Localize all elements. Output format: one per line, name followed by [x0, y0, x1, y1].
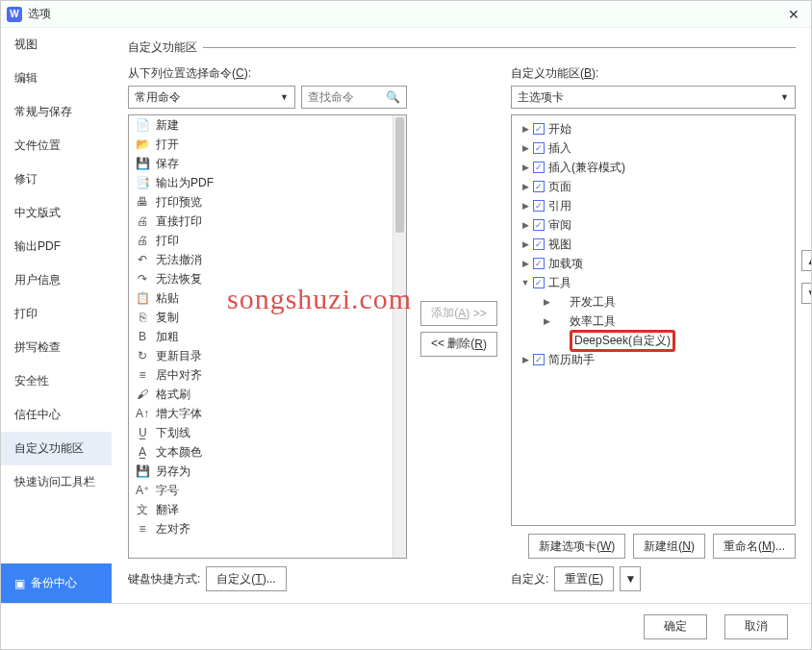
sidebar-item[interactable]: 修订: [1, 162, 112, 196]
tree-row[interactable]: ▶✓插入: [514, 138, 793, 158]
command-item[interactable]: ≡左对齐: [129, 519, 406, 538]
command-label: 保存: [156, 156, 179, 172]
command-listbox[interactable]: 📄新建📂打开💾保存📑输出为PDF🖶打印预览🖨直接打印🖨打印↶无法撤消↷无法恢复📋…: [128, 114, 407, 559]
expand-icon[interactable]: ▶: [520, 259, 531, 268]
checkbox[interactable]: ✓: [533, 123, 545, 135]
expand-icon[interactable]: ▶: [520, 143, 531, 153]
sidebar-item[interactable]: 输出PDF: [1, 230, 112, 263]
checkbox[interactable]: ✓: [533, 258, 545, 269]
command-item[interactable]: B加粗: [129, 327, 406, 346]
scrollbar-thumb[interactable]: [395, 117, 404, 233]
reset-button[interactable]: 重置(E): [554, 566, 614, 591]
search-input[interactable]: [308, 90, 386, 104]
tree-row[interactable]: DeepSeek(自定义): [514, 331, 793, 350]
command-item[interactable]: 🖌格式刷: [129, 385, 406, 404]
sidebar-item[interactable]: 常规与保存: [1, 95, 112, 129]
close-icon[interactable]: ✕: [782, 5, 805, 24]
move-up-button[interactable]: ▲: [801, 250, 812, 271]
command-item[interactable]: 🖶打印预览: [129, 192, 406, 212]
expand-icon[interactable]: ▶: [520, 220, 531, 230]
command-item[interactable]: 💾保存: [129, 154, 406, 173]
command-icon: ⎘: [135, 311, 150, 324]
sidebar-item[interactable]: 视图: [1, 28, 112, 62]
sidebar-item[interactable]: 用户信息: [1, 263, 112, 297]
scrollbar[interactable]: [393, 115, 406, 558]
checkbox[interactable]: ✓: [533, 162, 545, 173]
add-button[interactable]: 添加(A) >>: [420, 301, 496, 326]
sidebar-item[interactable]: 文件位置: [1, 129, 112, 162]
command-item[interactable]: 🖨打印: [129, 231, 406, 250]
command-item[interactable]: 📂打开: [129, 135, 406, 154]
kb-customize-button[interactable]: 自定义(T)...: [206, 566, 286, 591]
checkbox[interactable]: ✓: [533, 354, 545, 365]
expand-icon[interactable]: ▶: [520, 182, 531, 191]
command-label: 增大字体: [156, 406, 202, 422]
new-group-button[interactable]: 新建组(N): [633, 534, 705, 559]
sidebar-item[interactable]: 快速访问工具栏: [1, 465, 112, 499]
sidebar-item[interactable]: 打印: [1, 297, 112, 331]
checkbox[interactable]: ✓: [533, 238, 545, 250]
tree-row[interactable]: ▶✓简历助手: [514, 350, 793, 369]
expand-icon[interactable]: ▶: [520, 239, 531, 249]
rename-button[interactable]: 重命名(M)...: [713, 534, 796, 559]
command-item[interactable]: U̲下划线: [129, 423, 406, 442]
tree-row[interactable]: ▶✓页面: [514, 177, 793, 196]
sidebar-item[interactable]: 拼写检查: [1, 331, 112, 364]
tree-row[interactable]: ▶效率工具: [514, 312, 793, 331]
reset-dropdown[interactable]: ▼: [620, 566, 641, 591]
command-item[interactable]: ↷无法恢复: [129, 269, 406, 288]
command-item[interactable]: 文翻译: [129, 500, 406, 519]
new-tab-button[interactable]: 新建选项卡(W): [528, 534, 625, 559]
tree-row[interactable]: ▶✓插入(兼容模式): [514, 158, 793, 177]
sidebar-item[interactable]: 自定义功能区: [1, 432, 112, 465]
tree-row[interactable]: ▶✓加载项: [514, 254, 793, 273]
command-label: 下划线: [156, 425, 190, 441]
expand-icon[interactable]: ▶: [520, 124, 531, 134]
tree-row[interactable]: ▶✓引用: [514, 196, 793, 215]
tree-row[interactable]: ▶✓视图: [514, 235, 793, 254]
command-item[interactable]: 📋粘贴: [129, 288, 406, 308]
sidebar-item[interactable]: 信任中心: [1, 398, 112, 432]
search-input-wrap[interactable]: 🔍: [301, 86, 407, 109]
ribbon-tree[interactable]: ▶✓开始▶✓插入▶✓插入(兼容模式)▶✓页面▶✓引用▶✓审阅▶✓视图▶✓加载项▼…: [511, 114, 796, 526]
cancel-button[interactable]: 取消: [724, 614, 788, 639]
command-item[interactable]: 📑输出为PDF: [129, 173, 406, 192]
command-item[interactable]: A↑增大字体: [129, 404, 406, 423]
remove-button[interactable]: << 删除(R): [420, 332, 497, 357]
checkbox[interactable]: ✓: [533, 219, 545, 231]
command-item[interactable]: A⁺字号: [129, 481, 406, 500]
expand-icon[interactable]: ▶: [520, 201, 531, 211]
backup-label: 备份中心: [31, 575, 77, 591]
sidebar-item[interactable]: 编辑: [1, 62, 112, 95]
command-item[interactable]: ↶无法撤消: [129, 250, 406, 269]
tree-row[interactable]: ▼✓工具: [514, 273, 793, 292]
command-item[interactable]: 💾另存为: [129, 462, 406, 481]
command-item[interactable]: ⎘复制: [129, 308, 406, 327]
expand-icon[interactable]: ▼: [520, 278, 531, 288]
command-item[interactable]: ↻更新目录: [129, 346, 406, 365]
expand-icon[interactable]: ▶: [541, 316, 552, 326]
expand-icon[interactable]: ▶: [520, 355, 531, 364]
backup-icon: ▣: [14, 577, 25, 590]
left-select[interactable]: 常用命令 ▼: [128, 86, 295, 109]
expand-icon[interactable]: ▶: [520, 162, 531, 172]
right-select[interactable]: 主选项卡 ▼: [511, 86, 796, 109]
ok-button[interactable]: 确定: [644, 614, 707, 639]
expand-icon[interactable]: ▶: [541, 297, 552, 307]
command-item[interactable]: 🖨直接打印: [129, 212, 406, 231]
command-item[interactable]: ≡居中对齐: [129, 365, 406, 385]
command-item[interactable]: 📄新建: [129, 115, 406, 135]
tree-row[interactable]: ▶✓开始: [514, 119, 793, 138]
move-down-button[interactable]: ▼: [801, 283, 812, 304]
tree-row[interactable]: ▶开发工具: [514, 292, 793, 312]
checkbox[interactable]: ✓: [533, 142, 545, 154]
checkbox[interactable]: ✓: [533, 181, 545, 192]
command-item[interactable]: A̲文本颜色: [129, 442, 406, 462]
sidebar-item[interactable]: 安全性: [1, 364, 112, 398]
tree-row[interactable]: ▶✓审阅: [514, 215, 793, 235]
checkbox[interactable]: ✓: [533, 277, 545, 288]
sidebar-item[interactable]: 中文版式: [1, 196, 112, 230]
command-icon: 🖨: [135, 234, 150, 247]
backup-button[interactable]: ▣ 备份中心: [1, 563, 112, 603]
checkbox[interactable]: ✓: [533, 200, 545, 212]
